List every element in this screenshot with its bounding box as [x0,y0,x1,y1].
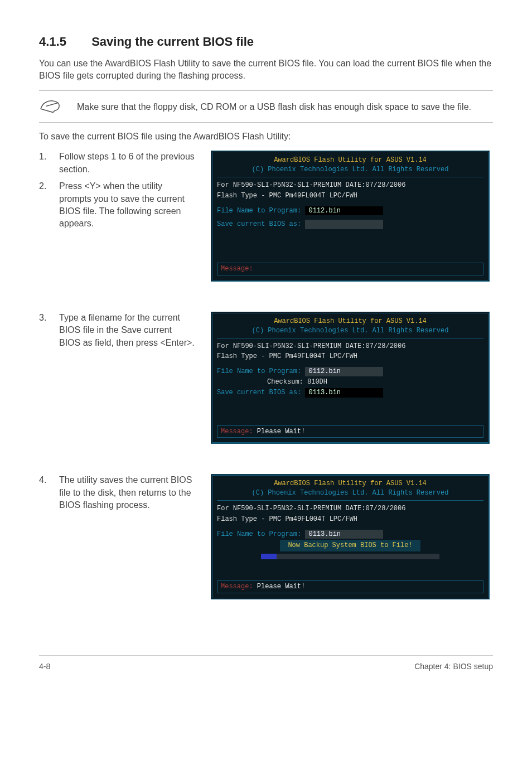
page-footer: 4-8 Chapter 4: BIOS setup [39,655,493,672]
step-text: Type a filename for the current BIOS fil… [59,312,195,349]
bios-for-line: For NF590-SLI-P5N32-SLI-PREMIUM DATE:07/… [217,181,483,190]
file-program-value: 0112.bin [305,367,383,376]
lead-text: To save the current BIOS file using the … [39,130,493,143]
divider [39,122,493,123]
step-block-1: 1. Follow steps 1 to 6 of the previous s… [39,151,493,304]
save-bios-label: Save current BIOS as: [217,220,301,228]
step-number: 1. [39,151,59,176]
save-bios-label: Save current BIOS as: [217,389,301,396]
bios-flash-type: Flash Type - PMC Pm49FL004T LPC/FWH [217,191,483,201]
step-number: 2. [39,180,59,230]
section-title: Saving the current BIOS file [91,35,254,49]
step-number: 4. [39,474,59,511]
checksum-label: Checksum: [267,378,303,386]
step-text: Press <Y> when the utility prompts you t… [59,180,195,230]
bios-title: AwardBIOS Flash Utility for ASUS V1.14 [217,317,483,326]
chapter-label: Chapter 4: BIOS setup [414,661,493,672]
step-block-2: 3. Type a filename for the current BIOS … [39,312,493,466]
bios-copyright: (C) Phoenix Technologies Ltd. All Rights… [217,165,483,175]
progress-bar [261,554,439,559]
file-program-value: 0112.bin [305,206,383,216]
bios-title: AwardBIOS Flash Utility for ASUS V1.14 [217,479,483,488]
note-text: Make sure that the floppy disk, CD ROM o… [77,101,471,113]
bios-title: AwardBIOS Flash Utility for ASUS V1.14 [217,156,483,165]
divider [39,90,493,91]
message-text: Please Wait! [257,428,305,435]
step-block-3: 4. The utility saves the current BIOS fi… [39,474,493,622]
message-label: Message: [221,428,253,435]
bios-copyright: (C) Phoenix Technologies Ltd. All Rights… [217,326,483,336]
step-item: 2. Press <Y> when the utility prompts yo… [39,180,195,230]
bios-for-line: For NF590-SLI-P5N32-SLI-PREMIUM DATE:07/… [217,504,483,514]
message-text: Please Wait! [257,583,305,591]
progress-fill [261,554,277,559]
section-heading: 4.1.5 Saving the current BIOS file [39,33,493,51]
note-icon [39,96,67,118]
file-program-label: File Name to Program: [217,530,301,538]
note-block: Make sure that the floppy disk, CD ROM o… [39,94,493,119]
file-program-label: File Name to Program: [217,367,301,375]
message-label: Message: [221,265,253,273]
save-bios-value [305,220,383,229]
bios-for-line: For NF590-SLI-P5N32-SLI-PREMIUM DATE:07/… [217,342,483,351]
step-text: Follow steps 1 to 6 of the previous sect… [59,151,195,176]
section-number: 4.1.5 [39,33,88,51]
step-text: The utility saves the current BIOS file … [59,474,195,511]
bios-flash-type: Flash Type - PMC Pm49FL004T LPC/FWH [217,515,483,524]
file-program-label: File Name to Program: [217,207,301,215]
bios-screen-2: AwardBIOS Flash Utility for ASUS V1.14 (… [211,312,490,444]
bios-screen-1: AwardBIOS Flash Utility for ASUS V1.14 (… [211,151,490,282]
step-item: 4. The utility saves the current BIOS fi… [39,474,195,511]
bios-screen-3: AwardBIOS Flash Utility for ASUS V1.14 (… [211,474,490,599]
save-bios-value: 0113.bin [305,388,383,398]
backup-msg: Now Backup System BIOS to File! [280,540,420,551]
step-item: 1. Follow steps 1 to 6 of the previous s… [39,151,195,176]
step-item: 3. Type a filename for the current BIOS … [39,312,195,349]
step-number: 3. [39,312,59,349]
page-number: 4-8 [39,661,50,672]
message-label: Message: [221,583,253,591]
checksum-value: 810DH [307,378,327,386]
bios-flash-type: Flash Type - PMC Pm49FL004T LPC/FWH [217,352,483,361]
bios-copyright: (C) Phoenix Technologies Ltd. All Rights… [217,488,483,498]
intro-paragraph: You can use the AwardBIOS Flash Utility … [39,57,493,83]
file-program-value: 0113.bin [305,530,383,539]
